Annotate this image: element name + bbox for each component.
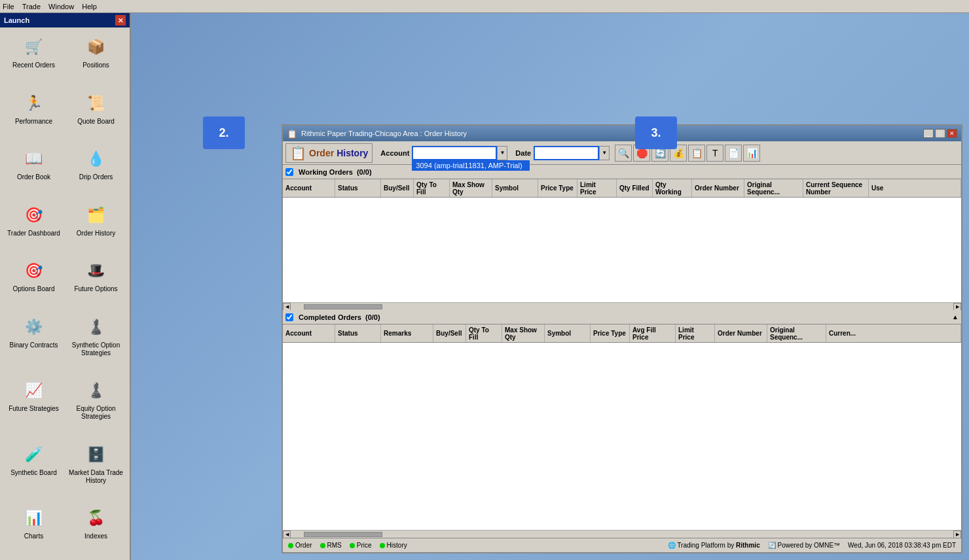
status-bar: Order RMS Price History 🌐 Trading Platfo… [283,538,961,552]
col-c-account: Account [283,324,335,342]
col-c-max-show: Max Show Qty [502,324,545,342]
synthetic-option-icon: ♟️ [83,314,109,340]
history-dot [380,543,385,548]
clipboard-icon-button[interactable]: 📋 [688,145,705,162]
launch-item-drip-orders[interactable]: 💧 Drip Orders [66,143,126,197]
launch-item-order-history[interactable]: 🗂️ Order History [66,200,126,253]
trader-dashboard-label: Trader Dashboard [7,230,60,237]
scroll-left-arrow-2[interactable]: ◀ [283,531,291,538]
text-icon-button[interactable]: T [706,145,723,162]
launch-item-positions[interactable]: 📦 Positions [66,31,126,85]
completed-orders-body [283,343,961,530]
launch-item-charts[interactable]: 📊 Charts [4,502,64,556]
launch-item-indexes[interactable]: 🍒 Indexes [66,502,126,556]
document-icon-button[interactable]: 📄 [725,145,742,162]
col-c-buysell: Buy/Sell [433,324,466,342]
col-buysell: Buy/Sell [381,179,414,197]
completed-orders-scrollbar[interactable]: ◀ ▶ [283,530,961,538]
menu-window[interactable]: Window [48,3,74,10]
synthetic-option-label: Synthetic Option Strategies [67,341,124,357]
chart-icon-button[interactable]: 📊 [743,145,760,162]
launch-item-future-strategies[interactable]: 📈 Future Strategies [4,375,64,436]
completed-orders-expand[interactable]: ▲ [952,313,959,321]
scroll-thumb[interactable] [304,304,382,309]
scroll-thumb-2[interactable] [304,532,382,537]
binary-contracts-label: Binary Contracts [10,341,58,349]
launch-item-equity-option[interactable]: ♟️ Equity Option Strategies [66,375,126,436]
launch-item-synthetic-board[interactable]: 🧪 Synthetic Board [4,439,64,500]
launch-item-trader-dashboard[interactable]: 🎯 Trader Dashboard [4,200,64,253]
order-logo-text: Order [309,148,334,158]
col-use: Use [869,179,961,197]
col-c-limit-price: Limit Price [676,324,715,342]
trader-dashboard-icon: 🎯 [21,202,47,228]
working-orders-columns: Account Status Buy/Sell Qty To Fill Max … [283,179,961,198]
window-title: Rithmic Paper Trading-Chicago Area : Ord… [301,130,467,137]
search-icon-button[interactable]: 🔍 [615,145,632,162]
col-symbol: Symbol [492,179,538,197]
drip-orders-label: Drip Orders [79,173,113,181]
status-order: Order [288,542,312,549]
launch-item-quote-board[interactable]: 📜 Quote Board [66,88,126,141]
completed-orders-count: (0/0) [365,313,380,321]
completed-orders-title: Completed Orders [299,313,361,321]
status-rms: RMS [320,542,342,549]
launch-item-options-board[interactable]: 🎯 Options Board [4,255,64,309]
maximize-button[interactable]: □ [935,129,945,138]
indexes-label: Indexes [84,533,107,540]
launch-item-performance[interactable]: 🏃 Performance [4,88,64,141]
menu-trade[interactable]: Trade [22,3,41,10]
launch-item-market-data[interactable]: 🗄️ Market Data Trade History [66,439,126,500]
col-c-price-type: Price Type [591,324,630,342]
status-history: History [380,542,407,549]
menu-bar: File Trade Window Help [0,0,969,13]
synthetic-board-icon: 🧪 [21,442,47,468]
col-curr-seq: Current Sequence Number [803,179,869,197]
scroll-right-arrow[interactable]: ▶ [953,303,961,311]
charts-icon: 📊 [21,505,47,531]
market-data-label: Market Data Trade History [67,469,124,485]
launch-panel: Launch ✕ 🛒 Recent Orders 📦 Positions 🏃 P… [0,13,131,560]
launch-item-future-options[interactable]: 🎩 Future Options [66,255,126,309]
date-dropdown-button[interactable]: ▼ [599,146,610,160]
menu-file[interactable]: File [3,3,14,10]
future-options-icon: 🎩 [83,258,109,284]
col-c-qty-fill: Qty To Fill [466,324,502,342]
scroll-right-arrow-2[interactable]: ▶ [953,531,961,538]
working-orders-count: (0/0) [357,168,372,176]
working-orders-scrollbar[interactable]: ◀ ▶ [283,302,961,310]
minimize-button[interactable]: _ [923,129,934,138]
scroll-left-arrow[interactable]: ◀ [283,303,291,311]
col-orig-seq: Original Sequenc... [744,179,803,197]
future-strategies-label: Future Strategies [9,405,59,413]
launch-title: Launch [4,16,29,24]
launch-close-button[interactable]: ✕ [115,15,126,26]
working-orders-checkbox[interactable] [285,168,293,176]
date-input[interactable] [534,146,599,160]
quote-board-label: Quote Board [77,118,115,126]
order-toolbar: 📋 Order History Account ▼ 3094 (amp-tria… [283,141,961,165]
launch-item-order-book[interactable]: 📖 Order Book [4,143,64,197]
launch-item-recent-orders[interactable]: 🛒 Recent Orders [4,31,64,85]
menu-help[interactable]: Help [82,3,97,10]
account-dropdown-button[interactable]: ▼ [497,146,507,160]
col-c-orig-seq: Original Sequenc... [767,324,826,342]
recent-orders-label: Recent Orders [12,61,55,69]
performance-icon: 🏃 [21,90,47,116]
account-dropdown-menu[interactable]: 3094 (amp-trial11831, AMP-Trial) [412,160,530,171]
main-area: 2. 3. 📋 Rithmic Paper Trading-Chicago Ar… [131,13,969,560]
close-button[interactable]: ✕ [947,129,957,138]
positions-label: Positions [82,61,109,69]
binary-contracts-icon: ⚙️ [21,314,47,340]
table-container: Working Orders (0/0) Account Status Buy/… [283,165,961,538]
account-input[interactable] [412,146,497,160]
datetime-text: Wed, Jun 06, 2018 03:38:43 pm EDT [848,542,956,549]
order-history-window: 📋 Rithmic Paper Trading-Chicago Area : O… [282,124,962,553]
launch-item-binary-contracts[interactable]: ⚙️ Binary Contracts [4,311,64,373]
launch-item-synthetic-option[interactable]: ♟️ Synthetic Option Strategies [66,311,126,373]
order-history-label: Order History [77,230,115,237]
performance-label: Performance [15,118,52,126]
completed-orders-checkbox[interactable] [285,313,293,321]
working-orders-title: Working Orders [299,168,353,176]
col-c-remarks: Remarks [381,324,433,342]
